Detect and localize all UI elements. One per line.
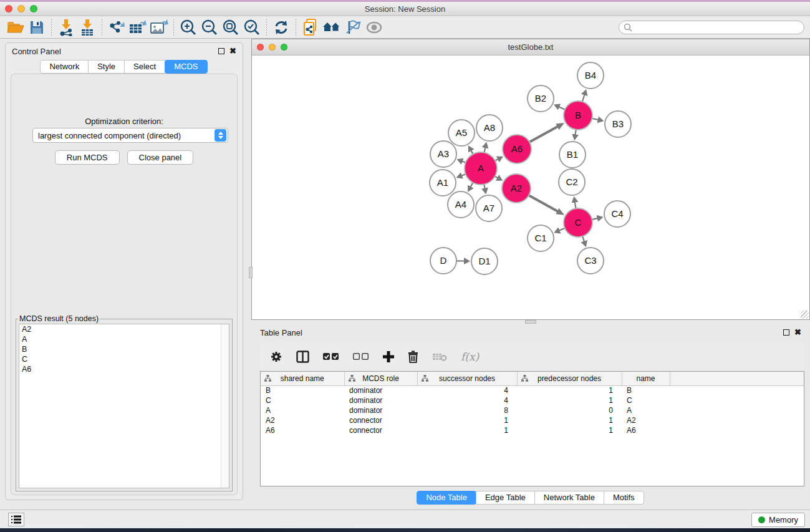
hide-selected-icon[interactable] bbox=[342, 18, 364, 37]
vertical-splitter-grip[interactable] bbox=[249, 267, 253, 278]
search-box[interactable] bbox=[619, 21, 804, 34]
run-mcds-button[interactable]: Run MCDS bbox=[55, 150, 120, 165]
table-cell[interactable]: connector bbox=[344, 415, 417, 425]
table-cell[interactable]: dominator bbox=[344, 395, 417, 405]
table-cell[interactable]: connector bbox=[344, 425, 417, 435]
close-panel-button[interactable]: Close panel bbox=[127, 150, 194, 165]
import-network-icon[interactable] bbox=[55, 18, 77, 37]
table-row[interactable]: Adominator80A bbox=[261, 405, 804, 415]
tab-mcds[interactable]: MCDS bbox=[165, 60, 207, 74]
table-cell[interactable]: dominator bbox=[344, 385, 417, 395]
close-panel-icon[interactable]: ✖ bbox=[794, 329, 801, 336]
table-cell[interactable]: 4 bbox=[417, 395, 517, 405]
table-row[interactable]: Cdominator41C bbox=[261, 395, 804, 405]
column-header-shared-name[interactable]: shared name bbox=[261, 372, 344, 385]
mcds-result-item[interactable]: A6 bbox=[19, 364, 229, 374]
import-table-icon[interactable] bbox=[77, 18, 98, 37]
search-input[interactable] bbox=[632, 23, 794, 32]
delete-row-icon[interactable] bbox=[408, 351, 418, 363]
mcds-result-list[interactable]: A2ABCA6 bbox=[19, 324, 229, 488]
table-cell[interactable]: 1 bbox=[517, 385, 622, 395]
show-all-icon[interactable] bbox=[364, 18, 385, 37]
function-builder-icon[interactable]: f(x) bbox=[461, 351, 479, 363]
open-session-icon[interactable] bbox=[5, 18, 26, 37]
network-canvas[interactable]: B4B2BB3A5A8A6A3AB1A1C2A2A4A7C4CC1C3DD1 bbox=[252, 56, 809, 319]
add-row-icon[interactable] bbox=[383, 351, 394, 362]
mcds-result-item[interactable]: C bbox=[19, 354, 229, 364]
edge-A6-B[interactable] bbox=[528, 127, 557, 143]
table-cell[interactable]: B bbox=[622, 385, 670, 395]
export-network-icon[interactable] bbox=[106, 18, 127, 37]
node-label-A: A bbox=[478, 163, 484, 173]
new-network-from-selection-icon[interactable] bbox=[300, 18, 321, 37]
table-cell[interactable]: B bbox=[261, 385, 344, 395]
mcds-result-item[interactable]: A bbox=[19, 334, 229, 344]
save-session-icon[interactable] bbox=[26, 18, 47, 37]
tab-node-table[interactable]: Node Table bbox=[417, 491, 476, 505]
optimization-criterion-select[interactable]: largest connected component (directed) bbox=[32, 128, 228, 143]
table-panel: Table Panel ✖ bbox=[251, 323, 810, 510]
refresh-icon[interactable] bbox=[271, 18, 292, 37]
table-cell[interactable]: A6 bbox=[261, 425, 344, 435]
float-panel-icon[interactable] bbox=[783, 329, 789, 336]
first-neighbors-icon[interactable] bbox=[321, 18, 342, 37]
select-all-checkboxes-icon[interactable] bbox=[323, 353, 339, 360]
tab-network[interactable]: Network bbox=[40, 60, 89, 74]
export-table-icon[interactable] bbox=[127, 18, 148, 37]
tab-edge-table[interactable]: Edge Table bbox=[476, 491, 535, 505]
mcds-result-item[interactable]: B bbox=[19, 344, 229, 354]
mcds-result-title: MCDS result (5 nodes) bbox=[18, 314, 100, 323]
mcds-result-item[interactable]: A2 bbox=[19, 324, 229, 334]
table-cell[interactable]: A bbox=[622, 405, 670, 415]
table-cell[interactable]: 1 bbox=[417, 425, 517, 435]
table-cell[interactable]: 8 bbox=[417, 405, 517, 415]
table-cell[interactable]: 1 bbox=[517, 425, 622, 435]
tab-motifs[interactable]: Motifs bbox=[604, 491, 644, 505]
show-panels-button[interactable] bbox=[8, 513, 24, 526]
zoom-selected-icon[interactable] bbox=[241, 18, 263, 37]
table-cell[interactable]: C bbox=[261, 395, 344, 405]
export-image-icon[interactable] bbox=[148, 18, 170, 37]
zoom-in-icon[interactable] bbox=[178, 18, 199, 37]
tab-select[interactable]: Select bbox=[124, 60, 165, 74]
close-panel-icon[interactable]: ✖ bbox=[229, 48, 236, 54]
column-header-name[interactable]: name bbox=[622, 372, 670, 385]
control-panel-header: Control Panel ✖ bbox=[6, 43, 243, 59]
table-cell[interactable]: A2 bbox=[622, 415, 670, 425]
node-label-D1: D1 bbox=[478, 256, 490, 266]
show-columns-icon[interactable] bbox=[296, 351, 309, 363]
column-header-predecessor-nodes[interactable]: predecessor nodes bbox=[517, 372, 622, 385]
tab-network-table[interactable]: Network Table bbox=[534, 491, 604, 505]
table-row[interactable]: A6connector11A6 bbox=[261, 425, 804, 435]
window-resize-grip[interactable] bbox=[801, 311, 809, 319]
edge-A2-C[interactable] bbox=[528, 195, 557, 211]
column-header-MCDS-role[interactable]: MCDS role bbox=[344, 372, 417, 385]
unselect-all-checkboxes-icon[interactable] bbox=[353, 353, 369, 360]
table-cell[interactable]: A2 bbox=[261, 415, 344, 425]
table-cell[interactable]: 1 bbox=[517, 415, 622, 425]
table-cell[interactable]: A6 bbox=[622, 425, 670, 435]
node-label-A5: A5 bbox=[456, 127, 467, 138]
float-panel-icon[interactable] bbox=[218, 48, 224, 54]
zoom-out-icon[interactable] bbox=[199, 18, 220, 37]
table-settings-icon[interactable] bbox=[270, 351, 282, 363]
zoom-fit-icon[interactable] bbox=[220, 18, 241, 37]
memory-button[interactable]: Memory bbox=[751, 513, 805, 527]
delete-table-icon[interactable] bbox=[432, 352, 447, 362]
scrollbar-track[interactable] bbox=[221, 324, 229, 488]
table-cell[interactable]: 4 bbox=[417, 385, 517, 395]
toolbar-separator bbox=[173, 19, 174, 36]
table-row[interactable]: A2connector11A2 bbox=[261, 415, 804, 425]
table-cell[interactable]: 1 bbox=[517, 395, 622, 405]
network-window-titlebar[interactable]: testGlobe.txt bbox=[252, 39, 809, 56]
table-row[interactable]: Bdominator41B bbox=[261, 385, 804, 395]
table-cell[interactable]: 0 bbox=[517, 405, 622, 415]
table-cell[interactable]: C bbox=[622, 395, 670, 405]
column-header-successor-nodes[interactable]: successor nodes bbox=[417, 372, 517, 385]
table-cell[interactable]: 1 bbox=[417, 415, 517, 425]
optimization-criterion-value: largest connected component (directed) bbox=[33, 131, 215, 140]
tab-style[interactable]: Style bbox=[88, 60, 125, 74]
table-cell[interactable]: A bbox=[261, 405, 344, 415]
table-cell[interactable]: dominator bbox=[344, 405, 417, 415]
node-label-A4: A4 bbox=[455, 199, 466, 210]
